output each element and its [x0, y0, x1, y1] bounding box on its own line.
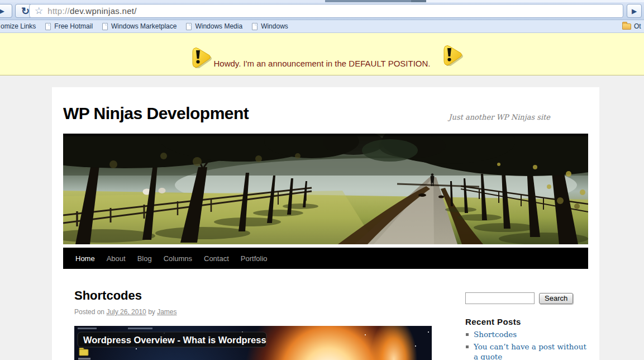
main-nav: Home About Blog Columns Contact Portfoli…	[63, 248, 588, 269]
recent-posts-title: Recent Posts	[465, 317, 589, 326]
search-input[interactable]	[465, 292, 535, 304]
announcement-banner: Howdy. I'm an announcement in the DEFAUL…	[0, 33, 644, 75]
browser-toolbar: ▶ ↻ ☆ http://dev.wpninjas.net/ ▶	[0, 2, 644, 20]
site-title[interactable]: WP Ninjas Development	[63, 104, 249, 123]
by-label: by	[148, 308, 155, 316]
bullet-icon	[466, 333, 469, 336]
recent-post-link[interactable]: You can’t have a post without a quote	[474, 342, 589, 360]
search-form: Search	[465, 292, 589, 304]
bullet-icon	[466, 345, 469, 348]
forward-icon: ▶	[0, 7, 4, 15]
post-date-link[interactable]: July 26, 2010	[106, 308, 146, 316]
address-bar[interactable]: ☆ http://dev.wpninjas.net/	[29, 4, 623, 18]
recent-post-link[interactable]: Shortcodes	[474, 330, 517, 340]
sidebar: Search Recent Posts Shortcodes You can’t…	[465, 292, 589, 360]
bookmarks-bar: omize Links Free Hotmail Windows Marketp…	[0, 20, 644, 33]
site-container: WP Ninjas Development Just another WP Ni…	[52, 87, 599, 360]
announcement-text: Howdy. I'm an announcement in the DEFAUL…	[0, 59, 644, 68]
bookmark-label: Windows Marketplace	[111, 22, 176, 30]
bookmark-label: Windows	[261, 22, 288, 30]
url-text: http://dev.wpninjas.net/	[47, 6, 137, 16]
header-image	[63, 134, 588, 244]
list-item: You can’t have a post without a quote	[465, 342, 589, 360]
bookmark-item-windows-marketplace[interactable]: Windows Marketplace	[102, 22, 176, 30]
page-icon	[45, 23, 51, 30]
other-bookmarks-button[interactable]: Ot	[622, 22, 641, 30]
reload-icon: ↻	[21, 5, 30, 17]
post-title[interactable]: Shortcodes	[74, 288, 432, 302]
recent-posts-list: Shortcodes You can’t have a post without…	[465, 330, 589, 360]
list-item: Shortcodes	[465, 330, 589, 340]
post-author-link[interactable]: James	[157, 308, 176, 316]
post-article: Shortcodes Posted on July 26, 2010 by Ja…	[74, 288, 432, 316]
url-host: dev.wpninjas.net/	[70, 6, 137, 16]
video-title: Wordpress Overview - What is Wordpress	[83, 335, 266, 345]
page-background: WP Ninjas Development Just another WP Ni…	[0, 87, 644, 360]
bookmark-item-windows[interactable]: Windows	[252, 22, 288, 30]
posted-on-label: Posted on	[74, 308, 104, 316]
nav-item-about[interactable]: About	[107, 254, 126, 263]
page-icon	[186, 23, 192, 30]
bookmark-label: omize Links	[1, 22, 36, 30]
forward-button[interactable]: ▶	[0, 4, 12, 18]
bookmark-item-windows-media[interactable]: Windows Media	[186, 22, 242, 30]
bookmark-item-customize-links[interactable]: omize Links	[1, 22, 36, 30]
nav-item-columns[interactable]: Columns	[164, 254, 192, 263]
nav-item-home[interactable]: Home	[75, 254, 95, 263]
video-embed[interactable]: Wordpress Overview - What is Wordpress	[74, 326, 432, 360]
page-icon	[252, 23, 257, 30]
go-button[interactable]: ▶	[627, 4, 642, 18]
nav-item-contact[interactable]: Contact	[204, 254, 229, 263]
site-tagline: Just another WP Ninjas site	[449, 113, 550, 121]
folder-icon	[622, 23, 631, 30]
nav-item-blog[interactable]: Blog	[137, 254, 152, 263]
bookmark-label: Windows Media	[195, 22, 242, 30]
bookmark-item-free-hotmail[interactable]: Free Hotmail	[45, 22, 93, 30]
search-button[interactable]: Search	[539, 293, 573, 304]
bookmark-star-icon[interactable]: ☆	[35, 5, 43, 17]
nav-item-portfolio[interactable]: Portfolio	[241, 254, 268, 263]
bookmark-label: Free Hotmail	[54, 22, 93, 30]
go-icon: ▶	[632, 7, 637, 15]
page-icon	[102, 23, 108, 30]
post-meta: Posted on July 26, 2010 by James	[74, 308, 432, 316]
url-scheme: http://	[47, 6, 70, 16]
other-bookmarks-label: Ot	[634, 22, 641, 30]
